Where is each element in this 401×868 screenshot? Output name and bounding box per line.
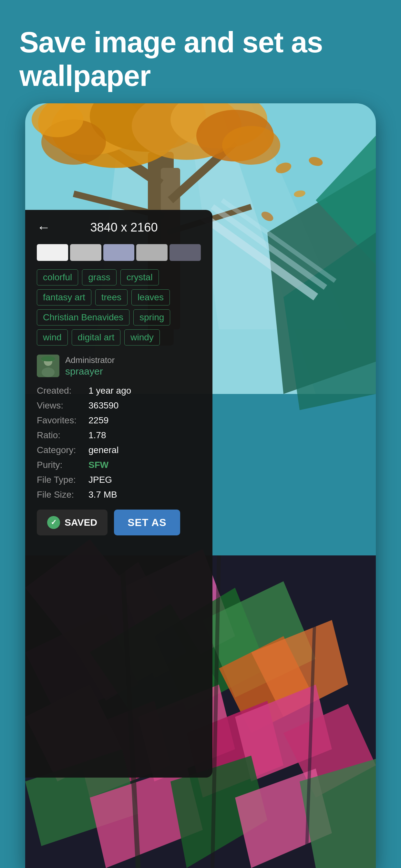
meta-label-ratio: Ratio: xyxy=(37,430,89,440)
tag-windy[interactable]: windy xyxy=(124,330,160,345)
tag-crystal[interactable]: crystal xyxy=(120,269,159,285)
meta-value-purity: SFW xyxy=(89,460,109,470)
phone-mockup: ← 3840 x 2160 colorful grass crystal fan… xyxy=(25,103,376,868)
swatch-3 xyxy=(103,244,135,261)
swatch-1 xyxy=(37,244,68,261)
set-as-button[interactable]: SET AS xyxy=(114,509,180,535)
panel-header: ← 3840 x 2160 xyxy=(37,220,201,235)
meta-purity: Purity: SFW xyxy=(37,460,201,470)
meta-value-category: general xyxy=(89,445,119,455)
meta-views: Views: 363590 xyxy=(37,400,201,411)
svg-point-56 xyxy=(41,356,55,361)
tag-christian-benavides[interactable]: Christian Benavides xyxy=(37,309,129,326)
svg-point-16 xyxy=(222,126,280,165)
author-row: Administrator spraayer xyxy=(37,354,201,377)
tag-spring[interactable]: spring xyxy=(133,309,170,326)
meta-value-filetype: JPEG xyxy=(89,475,112,485)
meta-label-purity: Purity: xyxy=(37,460,89,470)
meta-value-views: 363590 xyxy=(89,400,119,411)
tag-fantasy-art[interactable]: fantasy art xyxy=(37,289,91,306)
swatch-2 xyxy=(70,244,101,261)
meta-label-created: Created: xyxy=(37,385,89,396)
meta-value-created: 1 year ago xyxy=(89,385,131,396)
tag-colorful[interactable]: colorful xyxy=(37,269,78,285)
meta-value-filesize: 3.7 MB xyxy=(89,490,117,500)
page-background: Save image and set as wallpaper xyxy=(0,0,401,868)
meta-ratio: Ratio: 1.78 xyxy=(37,430,201,440)
info-panel: ← 3840 x 2160 colorful grass crystal fan… xyxy=(25,210,212,778)
meta-value-favorites: 2259 xyxy=(89,415,109,426)
set-as-label: SET AS xyxy=(127,517,166,528)
swatch-5 xyxy=(169,244,201,261)
tag-grass[interactable]: grass xyxy=(82,269,116,285)
saved-label: SAVED xyxy=(65,517,97,528)
check-circle-icon: ✓ xyxy=(47,516,60,529)
tag-digital-art[interactable]: digital art xyxy=(72,330,121,345)
meta-filesize: File Size: 3.7 MB xyxy=(37,490,201,500)
back-button[interactable]: ← xyxy=(37,220,50,235)
author-role: Administrator xyxy=(65,355,115,365)
meta-label-category: Category: xyxy=(37,445,89,455)
color-swatches xyxy=(37,244,201,261)
tag-trees[interactable]: trees xyxy=(95,289,127,306)
meta-label-favorites: Favorites: xyxy=(37,415,89,426)
svg-point-54 xyxy=(42,368,55,377)
meta-created: Created: 1 year ago xyxy=(37,385,201,396)
author-info: Administrator spraayer xyxy=(65,355,115,377)
swatch-4 xyxy=(136,244,167,261)
meta-value-ratio: 1.78 xyxy=(89,430,106,440)
header-title: Save image and set as wallpaper xyxy=(19,26,382,93)
meta-label-views: Views: xyxy=(37,400,89,411)
meta-category: Category: general xyxy=(37,445,201,455)
action-buttons: ✓ SAVED SET AS xyxy=(37,509,201,535)
resolution-display: 3840 x 2160 xyxy=(57,221,191,235)
meta-favorites: Favorites: 2259 xyxy=(37,415,201,426)
meta-label-filetype: File Type: xyxy=(37,475,89,485)
tag-wind[interactable]: wind xyxy=(37,330,68,345)
author-name[interactable]: spraayer xyxy=(65,366,115,377)
tag-leaves[interactable]: leaves xyxy=(131,289,170,306)
svg-point-17 xyxy=(32,103,83,137)
meta-filetype: File Type: JPEG xyxy=(37,475,201,485)
avatar xyxy=(37,354,59,377)
meta-label-filesize: File Size: xyxy=(37,490,89,500)
tags-container: colorful grass crystal fantasy art trees… xyxy=(37,269,201,345)
saved-button[interactable]: ✓ SAVED xyxy=(37,509,107,535)
